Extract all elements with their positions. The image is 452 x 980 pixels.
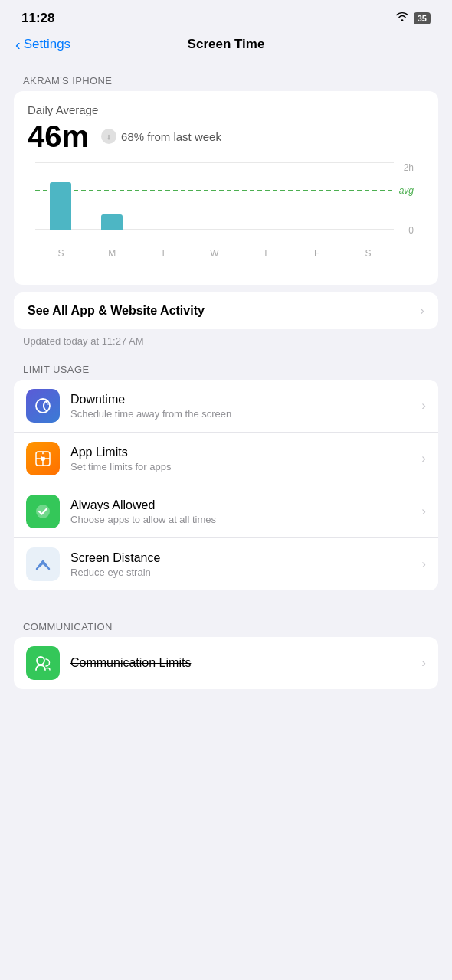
downtime-title: Downtime [70, 393, 411, 407]
x-label-f: F [291, 248, 342, 259]
see-all-label: See All App & Website Activity [28, 304, 205, 318]
downtime-row[interactable]: Downtime Schedule time away from the scr… [14, 380, 438, 433]
chart-y-label-2h: 2h [404, 162, 414, 173]
x-label-m: M [87, 248, 138, 259]
daily-avg-change: ↓ 68% from last week [101, 129, 221, 144]
app-limits-subtitle: Set time limits for apps [70, 461, 411, 472]
back-button[interactable]: ‹ Settings [15, 37, 70, 52]
downtime-chevron-icon: › [421, 398, 426, 413]
downtime-subtitle: Schedule time away from the screen [70, 408, 411, 420]
chart-x-labels: S M T W T F S [28, 247, 401, 259]
communication-limits-label: Communication Limits [70, 656, 191, 669]
usage-chart: 2h avg 0 [28, 162, 424, 285]
daily-avg-change-text: 68% from last week [121, 130, 221, 143]
always-allowed-title: Always Allowed [70, 498, 411, 512]
always-allowed-icon [26, 495, 60, 528]
screen-distance-title: Screen Distance [70, 551, 411, 565]
see-all-chevron-icon: › [420, 303, 424, 318]
downtime-content: Downtime Schedule time away from the scr… [70, 393, 411, 420]
limit-usage-card: Downtime Schedule time away from the scr… [14, 380, 438, 590]
back-chevron-icon: ‹ [15, 37, 21, 52]
communication-section: COMMUNICATION Communication Limits › [0, 607, 452, 689]
svg-point-7 [36, 505, 50, 518]
daily-avg-time: 46m [28, 119, 89, 153]
app-limits-content: App Limits Set time limits for apps [70, 446, 411, 472]
always-allowed-chevron-icon: › [421, 504, 426, 519]
communication-limits-chevron-icon: › [421, 655, 426, 671]
updated-label: Updated today at 11:27 AM [0, 329, 452, 350]
x-label-w: W [189, 248, 241, 259]
svg-point-9 [37, 657, 44, 665]
screen-distance-row[interactable]: Screen Distance Reduce eye strain › [14, 538, 438, 590]
bar-s [50, 182, 71, 230]
communication-section-label: COMMUNICATION [0, 607, 452, 637]
status-icons: 35 [395, 11, 431, 25]
communication-limits-text: Communication Limits [70, 656, 411, 670]
daily-avg-row: 46m ↓ 68% from last week [28, 119, 424, 153]
status-time: 11:28 [21, 11, 54, 26]
screen-distance-chevron-icon: › [421, 557, 426, 572]
app-limits-title: App Limits [70, 446, 411, 459]
app-limits-icon [26, 442, 60, 475]
communication-limits-icon [26, 646, 60, 680]
x-label-t2: T [240, 248, 291, 259]
app-limits-chevron-icon: › [421, 451, 426, 466]
status-bar: 11:28 35 [0, 0, 452, 31]
down-arrow-icon: ↓ [101, 129, 116, 144]
x-label-s2: S [342, 248, 394, 259]
device-section-label: AKRAM'S IPHONE [0, 61, 452, 91]
limit-usage-section-label: LIMIT USAGE [0, 350, 452, 380]
screen-distance-content: Screen Distance Reduce eye strain [70, 551, 411, 578]
battery-icon: 35 [414, 12, 431, 24]
wifi-icon [395, 11, 409, 25]
always-allowed-content: Always Allowed Choose apps to allow at a… [70, 498, 411, 525]
chart-y-label-0: 0 [408, 225, 414, 236]
avg-label: avg [399, 185, 414, 196]
always-allowed-subtitle: Choose apps to allow at all times [70, 514, 411, 525]
downtime-icon [26, 389, 60, 423]
screen-distance-subtitle: Reduce eye strain [70, 567, 411, 578]
back-label: Settings [24, 37, 70, 52]
x-label-s1: S [35, 248, 87, 259]
daily-avg-label: Daily Average [28, 103, 424, 116]
app-limits-row[interactable]: App Limits Set time limits for apps › [14, 433, 438, 485]
svg-rect-8 [26, 547, 60, 581]
screen-distance-icon [26, 547, 60, 581]
bar-m [101, 214, 123, 230]
communication-limits-row[interactable]: Communication Limits › [14, 637, 438, 689]
x-label-t1: T [138, 248, 189, 259]
nav-bar: ‹ Settings Screen Time [0, 31, 452, 61]
page-title: Screen Time [188, 37, 265, 52]
svg-point-1 [46, 401, 47, 403]
always-allowed-row[interactable]: Always Allowed Choose apps to allow at a… [14, 485, 438, 538]
daily-average-card: Daily Average 46m ↓ 68% from last week 2… [14, 91, 438, 285]
svg-point-2 [47, 403, 49, 405]
see-all-button[interactable]: See All App & Website Activity › [14, 292, 438, 329]
